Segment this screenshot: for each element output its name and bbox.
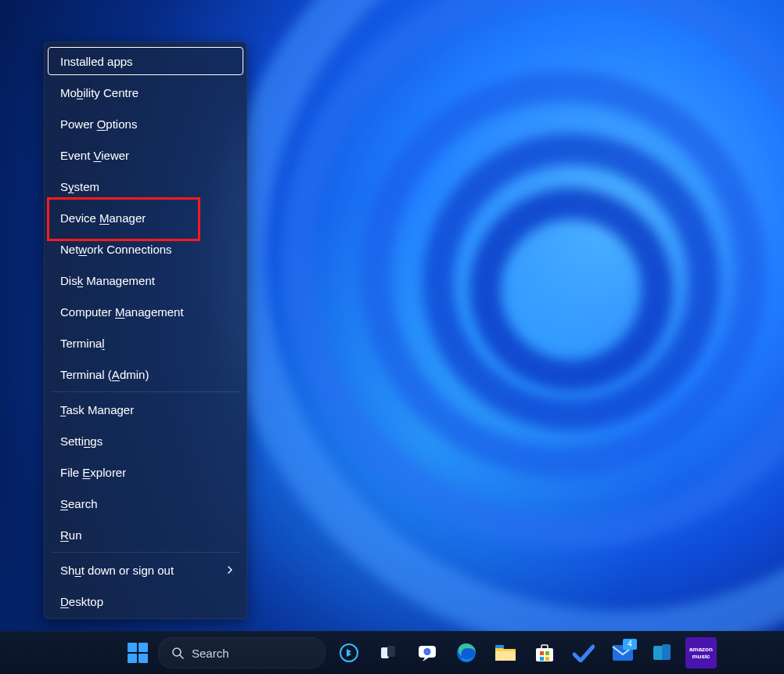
bing-chat-icon[interactable] bbox=[333, 637, 365, 669]
menu-item-device-manager[interactable]: Device Manager bbox=[45, 202, 246, 233]
task-view-icon[interactable] bbox=[372, 637, 404, 669]
search-icon bbox=[171, 647, 184, 659]
menu-item-label: Power Options bbox=[60, 117, 137, 131]
menu-item-label: Shut down or sign out bbox=[60, 564, 174, 577]
menu-item-label: Terminal bbox=[60, 337, 105, 350]
chevron-right-icon bbox=[226, 566, 234, 574]
amazon-music-label-bottom: music bbox=[692, 653, 710, 660]
file-explorer-icon[interactable] bbox=[490, 637, 521, 669]
mail-badge: 4 bbox=[623, 639, 637, 650]
menu-item-run[interactable]: Run bbox=[45, 519, 246, 550]
menu-item-label: Search bbox=[60, 497, 98, 510]
menu-item-label: Installed apps bbox=[60, 55, 133, 68]
start-button[interactable] bbox=[125, 640, 150, 665]
menu-item-file-explorer[interactable]: File Explorer bbox=[45, 456, 246, 488]
svg-rect-4 bbox=[387, 646, 395, 657]
menu-item-search[interactable]: Search bbox=[45, 488, 246, 519]
menu-item-power-options[interactable]: Power Options bbox=[45, 108, 246, 139]
menu-item-installed-apps[interactable]: Installed apps bbox=[48, 47, 243, 75]
menu-separator bbox=[51, 391, 240, 392]
svg-rect-15 bbox=[545, 657, 549, 661]
menu-item-computer-management[interactable]: Computer Management bbox=[45, 296, 246, 327]
menu-item-system[interactable]: System bbox=[45, 171, 246, 202]
menu-item-label: Terminal (Admin) bbox=[60, 368, 149, 381]
menu-item-label: Task Manager bbox=[60, 403, 134, 416]
menu-separator bbox=[51, 552, 240, 553]
chat-icon[interactable] bbox=[412, 637, 443, 669]
microsoft-store-icon[interactable] bbox=[529, 637, 560, 669]
menu-item-event-viewer[interactable]: Event Viewer bbox=[45, 139, 246, 171]
phone-link-icon[interactable] bbox=[646, 637, 678, 669]
menu-item-label: Settings bbox=[60, 434, 102, 448]
menu-item-terminal[interactable]: Terminal bbox=[45, 327, 246, 359]
menu-item-label: Device Manager bbox=[60, 211, 146, 225]
menu-item-label: Run bbox=[60, 528, 82, 542]
svg-line-1 bbox=[180, 655, 183, 658]
menu-item-settings[interactable]: Settings bbox=[45, 425, 246, 456]
menu-item-disk-management[interactable]: Disk Management bbox=[45, 265, 246, 296]
svg-rect-11 bbox=[541, 645, 548, 649]
taskbar-search[interactable]: Search bbox=[158, 637, 325, 669]
menu-item-label: Desktop bbox=[60, 595, 103, 608]
svg-rect-10 bbox=[536, 648, 553, 661]
menu-item-label: System bbox=[60, 180, 99, 193]
menu-item-label: File Explorer bbox=[60, 466, 126, 479]
search-placeholder: Search bbox=[192, 647, 229, 660]
svg-point-6 bbox=[424, 648, 431, 655]
menu-item-terminal-admin-[interactable]: Terminal (Admin) bbox=[45, 359, 246, 390]
svg-rect-13 bbox=[545, 651, 549, 655]
svg-rect-12 bbox=[540, 651, 544, 655]
mail-icon[interactable]: 4 bbox=[607, 637, 638, 669]
wallpaper-swirl bbox=[469, 188, 673, 391]
taskbar: Search 4 amazon music bbox=[0, 631, 784, 674]
menu-item-label: Event Viewer bbox=[60, 149, 129, 162]
menu-item-label: Disk Management bbox=[60, 274, 155, 287]
menu-item-task-manager[interactable]: Task Manager bbox=[45, 394, 246, 425]
menu-item-label: Mobility Centre bbox=[60, 86, 138, 99]
menu-item-mobility-centre[interactable]: Mobility Centre bbox=[45, 77, 246, 108]
edge-icon[interactable] bbox=[451, 637, 482, 669]
svg-rect-14 bbox=[540, 657, 544, 661]
svg-rect-9 bbox=[495, 645, 504, 648]
menu-item-network-connections[interactable]: Network Connections bbox=[45, 233, 246, 265]
svg-rect-18 bbox=[662, 644, 671, 660]
menu-item-shut-down-or-sign-out[interactable]: Shut down or sign out bbox=[45, 554, 246, 586]
svg-rect-8 bbox=[495, 651, 516, 661]
menu-item-label: Computer Management bbox=[60, 305, 184, 319]
todo-icon[interactable] bbox=[568, 637, 599, 669]
menu-item-label: Network Connections bbox=[60, 243, 172, 256]
amazon-music-label-top: amazon bbox=[689, 646, 713, 653]
quick-link-menu: Installed appsMobility CentrePower Optio… bbox=[44, 41, 247, 619]
amazon-music-icon[interactable]: amazon music bbox=[685, 637, 717, 669]
menu-item-desktop[interactable]: Desktop bbox=[45, 586, 246, 617]
